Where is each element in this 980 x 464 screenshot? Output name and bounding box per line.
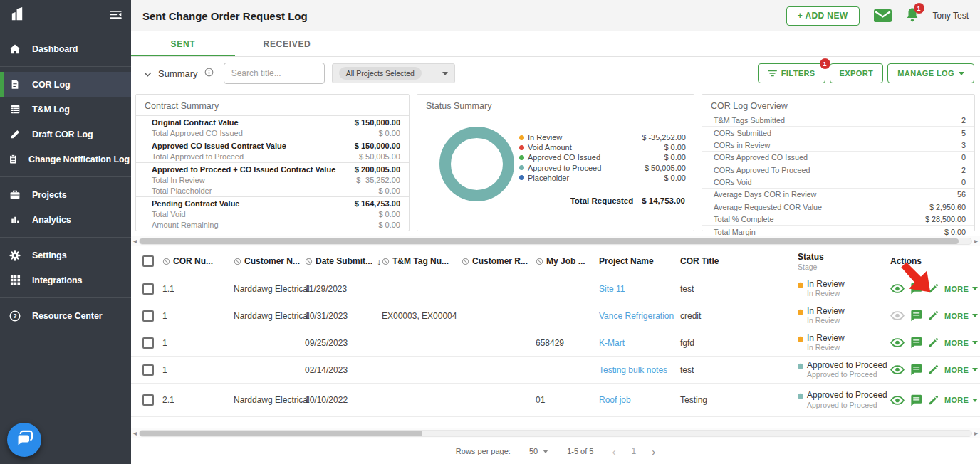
project-filter-select[interactable]: All Projects Selected	[332, 63, 455, 83]
overview-row: CORs Void0	[702, 176, 974, 189]
col-header-cor-nu[interactable]: COR Nu...	[162, 247, 213, 275]
row-label: Total In Review	[152, 176, 205, 184]
edit-action-icon[interactable]	[928, 337, 939, 348]
tab-sent[interactable]: SENT	[131, 31, 235, 56]
chevron-down-icon	[144, 68, 152, 79]
more-actions-button[interactable]: MORE	[944, 339, 978, 347]
cell-project[interactable]: Testing bulk notes	[599, 357, 667, 383]
notifications-bell[interactable]: 1	[906, 7, 919, 25]
more-actions-button[interactable]: MORE	[944, 312, 978, 320]
more-actions-button[interactable]: MORE	[944, 396, 978, 404]
sidebar-item-change-notification-log[interactable]: Change Notification Log	[0, 147, 131, 172]
col-header-status[interactable]: StatusStage	[798, 247, 824, 275]
view-action-icon[interactable]	[890, 284, 905, 293]
cell-title: test	[680, 275, 694, 302]
next-page-icon[interactable]: ›	[652, 446, 655, 457]
sidebar-item-t-m-log[interactable]: T&M Log	[0, 97, 131, 122]
row-checkbox[interactable]	[142, 283, 154, 295]
cell-project[interactable]: Roof job	[599, 384, 631, 416]
sidebar-item-cor-log[interactable]: COR Log	[0, 72, 131, 97]
cell-date: 02/14/2023	[305, 357, 348, 383]
sidebar-item-settings[interactable]: Settings	[0, 243, 131, 268]
row-checkbox[interactable]	[142, 337, 154, 349]
export-button[interactable]: EXPORT	[830, 63, 884, 83]
edit-action-icon[interactable]	[928, 283, 939, 294]
overview-row: CORs Approved CO Issued0	[702, 152, 974, 164]
row-checkbox[interactable]	[142, 310, 154, 322]
legend-value: $ 0.00	[664, 174, 686, 182]
sort-desc-icon[interactable]: ↓	[377, 256, 382, 267]
contract-summary-row: Total Approved CO Issued$ 0.00	[136, 127, 409, 138]
scrollbar-thumb[interactable]	[140, 238, 959, 244]
row-label: Average Requested COR Value	[714, 203, 822, 211]
pencil-icon	[9, 129, 21, 139]
col-header-my-job[interactable]: My Job ...	[536, 247, 585, 275]
col-header-date-submit[interactable]: Date Submit...↓	[305, 247, 382, 275]
legend-item-approved-to-proceed: Approved to Proceed$ 50,005.00	[519, 163, 686, 173]
mail-icon[interactable]	[874, 9, 892, 22]
more-actions-button[interactable]: MORE	[944, 366, 978, 374]
scrollbar-track[interactable]	[139, 238, 972, 245]
view-action-icon[interactable]	[890, 365, 905, 374]
col-header-customer-r[interactable]: Customer R...	[462, 247, 528, 275]
sidebar-item-dashboard[interactable]: Dashboard	[0, 36, 131, 61]
comment-action-icon[interactable]	[910, 394, 922, 406]
col-header-cor-title[interactable]: COR Title	[680, 247, 719, 275]
sidebar-item-resource-center[interactable]: ?Resource Center	[0, 303, 131, 328]
manage-log-button[interactable]: MANAGE LOG	[887, 63, 974, 83]
cell-status: Approved to ProceedApproved to Proceed	[798, 391, 887, 409]
filters-button[interactable]: FILTERS 1	[758, 63, 825, 83]
page-number[interactable]: 1	[631, 446, 636, 456]
sidebar-item-label: Dashboard	[32, 44, 78, 54]
row-checkbox[interactable]	[142, 394, 154, 406]
sidebar-item-integrations[interactable]: Integrations	[0, 268, 131, 292]
scrollbar-track[interactable]	[139, 430, 972, 437]
row-checkbox[interactable]	[142, 364, 154, 376]
row-label: T&M Tags Submitted	[714, 116, 785, 125]
col-header-project-name[interactable]: Project Name	[599, 247, 654, 275]
comment-action-icon[interactable]	[910, 364, 922, 376]
sidebar-collapse-icon[interactable]	[110, 9, 122, 22]
select-all-checkbox[interactable]	[142, 255, 154, 267]
tab-received[interactable]: RECEIVED	[235, 31, 339, 56]
sidebar-item-analytics[interactable]: Analytics	[0, 207, 131, 232]
contract-summary-row: Total In Review$ -35,252.00	[136, 174, 409, 185]
overview-row: CORs Submitted5	[702, 127, 974, 139]
more-actions-button[interactable]: MORE	[944, 285, 978, 293]
view-action-icon[interactable]	[890, 311, 905, 320]
search-input[interactable]	[224, 63, 325, 84]
stage-text: In Review	[807, 343, 845, 352]
cell-project[interactable]: Vance Refrigeration	[599, 302, 674, 329]
user-name[interactable]: Tony Test	[933, 11, 969, 21]
sidebar-item-draft-cor-log[interactable]: Draft COR Log	[0, 122, 131, 147]
comment-action-icon[interactable]	[910, 283, 922, 295]
cell-cor: 1.1	[162, 275, 174, 302]
sidebar-item-label: Draft COR Log	[32, 130, 93, 139]
edit-action-icon[interactable]	[928, 364, 939, 375]
view-action-icon[interactable]	[890, 396, 905, 405]
cell-project[interactable]: Site 11	[599, 275, 625, 302]
add-new-button[interactable]: + ADD NEW	[786, 6, 860, 26]
scroll-left-icon[interactable]: ◂	[133, 238, 137, 245]
comment-action-icon[interactable]	[910, 310, 922, 322]
rows-per-page-select[interactable]: 50	[529, 447, 548, 455]
cell-project[interactable]: K-Mart	[599, 329, 625, 356]
sidebar-item-projects[interactable]: Projects	[0, 182, 131, 207]
row-value: $ 0.00	[378, 186, 400, 195]
table-row: 1.1Narddawg Electrical11/29/2023Site 11t…	[131, 275, 980, 302]
edit-action-icon[interactable]	[928, 310, 939, 321]
scroll-left-icon[interactable]: ◂	[133, 430, 137, 437]
comment-action-icon[interactable]	[910, 337, 922, 349]
chat-launcher[interactable]	[7, 423, 41, 457]
edit-action-icon[interactable]	[928, 395, 939, 406]
col-header-customer-n[interactable]: Customer N...	[234, 247, 300, 275]
scroll-right-icon[interactable]: ▸	[974, 238, 978, 245]
col-header-t-m-tag-nu[interactable]: T&M Tag Nu...	[382, 247, 449, 275]
cell-actions: MORE	[890, 384, 978, 416]
scrollbar-thumb[interactable]	[140, 431, 422, 436]
summary-toggle[interactable]: Summary	[144, 68, 214, 79]
scroll-right-icon[interactable]: ▸	[974, 430, 978, 437]
view-action-icon[interactable]	[890, 338, 905, 347]
column-lock-icon	[536, 258, 543, 265]
prev-page-icon[interactable]: ‹	[612, 446, 615, 457]
